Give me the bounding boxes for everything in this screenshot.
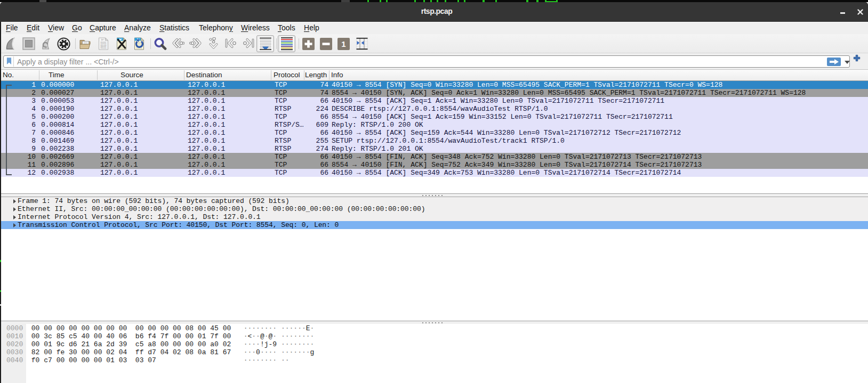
svg-text:1: 1 xyxy=(341,39,345,48)
svg-text:0111: 0111 xyxy=(101,46,107,49)
